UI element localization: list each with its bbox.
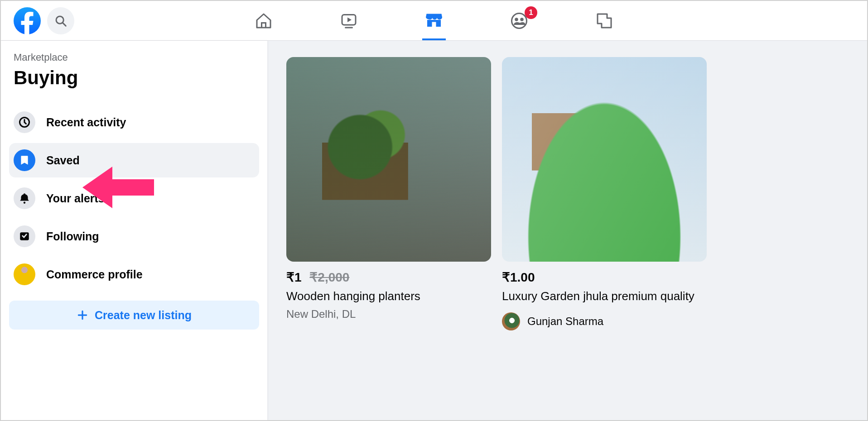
seller-avatar <box>502 312 520 330</box>
plus-icon <box>77 309 88 321</box>
page-title: Buying <box>9 67 259 89</box>
facebook-logo[interactable] <box>14 7 41 34</box>
sidebar: Marketplace Buying Recent activity Saved… <box>1 41 267 421</box>
listing-original-price: ₹2,000 <box>309 270 349 284</box>
listing-card[interactable]: ₹1 ₹2,000 Wooden hanging planters New De… <box>286 57 491 405</box>
listings-area: ₹1 ₹2,000 Wooden hanging planters New De… <box>267 41 867 421</box>
svg-point-9 <box>24 202 25 204</box>
listing-photo <box>286 57 491 262</box>
listing-price-row: ₹1 ₹2,000 <box>286 270 491 285</box>
sidebar-item-commerce-profile[interactable]: Commerce profile <box>9 257 259 292</box>
marketplace-icon <box>424 10 444 29</box>
listing-price: ₹1.00 <box>502 270 535 284</box>
create-new-listing-button[interactable]: Create new listing <box>9 301 259 330</box>
nav-groups[interactable]: 1 <box>507 1 531 40</box>
seller-name: Gunjan Sharma <box>527 315 603 328</box>
listing-card[interactable]: ₹1.00 Luxury Garden jhula premium qualit… <box>502 57 707 405</box>
sidebar-item-saved[interactable]: Saved <box>9 143 259 177</box>
center-nav: 1 <box>252 1 616 40</box>
svg-point-6 <box>515 18 518 21</box>
sidebar-item-following[interactable]: Following <box>9 219 259 254</box>
bookmark-icon <box>14 149 35 171</box>
clock-icon <box>14 111 35 133</box>
breadcrumb[interactable]: Marketplace <box>9 52 259 63</box>
nav-marketplace[interactable] <box>422 1 446 40</box>
sidebar-item-label: Recent activity <box>46 116 126 129</box>
watch-icon <box>339 11 358 30</box>
top-navbar: 1 <box>1 1 867 41</box>
sidebar-item-label: Commerce profile <box>46 268 143 281</box>
home-icon <box>254 11 273 30</box>
sidebar-item-label: Saved <box>46 154 80 167</box>
sidebar-item-label: Your alerts <box>46 192 105 205</box>
svg-point-7 <box>520 18 524 21</box>
svg-line-1 <box>63 23 66 26</box>
gaming-icon <box>595 11 614 30</box>
sidebar-item-your-alerts[interactable]: Your alerts <box>9 181 259 215</box>
nav-watch[interactable] <box>337 1 361 40</box>
bell-icon <box>14 187 35 209</box>
svg-rect-4 <box>432 22 436 27</box>
listing-location: New Delhi, DL <box>286 308 491 321</box>
facebook-f-icon <box>14 7 41 34</box>
content: Marketplace Buying Recent activity Saved… <box>1 41 867 421</box>
search-button[interactable] <box>47 7 74 34</box>
sidebar-item-recent-activity[interactable]: Recent activity <box>9 105 259 139</box>
listing-photo <box>502 57 707 262</box>
groups-badge: 1 <box>525 6 537 19</box>
create-new-listing-label: Create new listing <box>95 309 192 322</box>
listing-price: ₹1 <box>286 270 302 284</box>
listing-title: Wooden hanging planters <box>286 289 491 303</box>
listing-price-row: ₹1.00 <box>502 270 707 285</box>
nav-gaming[interactable] <box>593 1 616 40</box>
listing-title: Luxury Garden jhula premium quality <box>502 289 707 303</box>
avatar <box>14 263 35 285</box>
search-icon <box>54 14 68 28</box>
nav-home[interactable] <box>252 1 275 40</box>
following-icon <box>14 225 35 247</box>
seller-row[interactable]: Gunjan Sharma <box>502 312 707 330</box>
svg-point-5 <box>512 13 527 28</box>
sidebar-item-label: Following <box>46 230 99 243</box>
